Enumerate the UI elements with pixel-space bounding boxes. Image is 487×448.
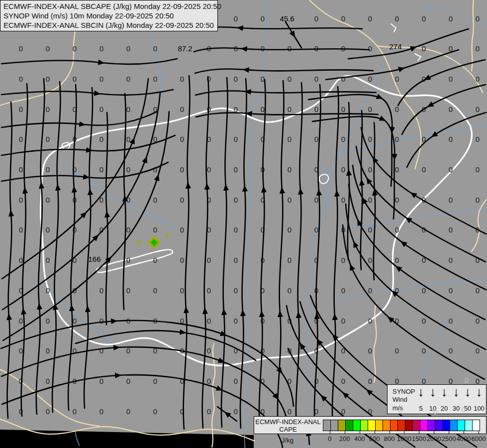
station-value: 0 [19,44,23,53]
station-value: 0 [126,286,130,295]
station-value: 0 [153,44,157,53]
cape-color-cell [457,420,465,431]
station-value: 0 [180,105,184,113]
station-value: 0 [368,317,372,325]
wind-arrow-icon: ↓ [441,384,448,400]
station-value: 0 [476,286,480,295]
cape-color-cell [405,420,413,431]
station-value: 0 [153,256,157,264]
station-value: 0 [341,135,345,143]
station-value: 0 [126,407,130,416]
cape-color-cell [427,420,435,431]
cape-tick [330,431,330,434]
cape-tick-label: 1000 [397,435,411,443]
station-value: 0 [19,135,23,143]
cape-tick-label: 2000 [427,435,441,443]
station-value: 0 [341,105,345,113]
cape-tick-label: 600 [369,435,380,443]
station-value: 0 [19,196,23,204]
station-value: 0 [449,256,453,264]
station-value: 0 [288,256,292,264]
station-value: 0 [73,317,77,325]
cape-tick-label: 200 [339,435,350,443]
cape-tick [360,431,360,434]
station-value: 0 [476,75,480,83]
station-value: 0 [449,75,453,83]
weather-map-stage: 0000000000000000000000000000000000000000… [0,0,487,448]
cape-legend-units: J/kg [282,437,293,444]
cape-tick-label: 2500 [442,435,456,443]
cape-color-cell [390,420,398,431]
title-box: ECMWF-INDEX-ANAL SBCAPE (J/kg) Monday 22… [0,0,218,31]
cape-tick-label: 1500 [412,435,426,443]
station-value: 0 [476,105,480,113]
station-value: 0 [288,165,292,174]
station-value: 0 [288,75,292,83]
weather-map: 0000000000000000000000000000000000000000… [0,0,487,448]
station-value: 0 [46,256,50,264]
cape-tick [464,431,464,434]
station-value: 0 [19,105,23,113]
wind-arrow-icon: ↓ [465,384,471,400]
station-value: 0 [73,407,77,416]
station-value: 0 [261,75,265,83]
station-value: 0 [314,135,318,143]
station-value: 0 [153,196,157,204]
station-value: 0 [46,225,50,234]
cape-legend-parameter: CAPE [254,426,322,433]
station-value: 0 [234,225,238,234]
station-value: 0 [46,407,50,416]
cape-maximum-spot [137,233,169,249]
station-value: 0 [126,105,130,113]
station-value: 0 [180,135,184,143]
station-value: 0 [207,256,211,264]
station-value: 0 [395,14,399,23]
station-value: 0 [368,135,372,143]
cape-color-cell [420,420,428,431]
station-value: 0 [314,14,318,23]
cape-tick [404,431,404,434]
station-value: 0 [261,105,265,113]
station-value: 0 [368,346,372,355]
cape-tick [345,431,345,434]
cape-tick [419,431,419,434]
cape-tick-label: 4000 [457,435,471,443]
station-value: 0 [46,196,50,204]
station-value: 0 [476,135,480,143]
cape-color-cell [368,420,376,431]
station-value-ghost: 0 [465,376,469,384]
wind-arrow-icon: ↓ [418,384,424,400]
station-value: 0 [449,225,453,234]
station-value: 0 [368,14,372,23]
station-value: 0 [99,407,103,416]
station-value-special: 166 [88,255,100,263]
station-value: 0 [422,346,426,355]
station-value: 0 [46,317,50,325]
station-value: 0 [19,256,23,264]
station-value: 0 [476,317,480,325]
station-value: 0 [368,105,372,113]
cape-color-cell [450,420,458,431]
station-value: 0 [422,317,426,325]
station-value: 0 [395,225,399,234]
station-value: 0 [234,256,238,264]
station-value: 0 [288,407,292,416]
cape-color-cell [383,420,390,431]
station-value: 0 [449,165,453,174]
station-value: 0 [180,75,184,83]
station-value: 0 [180,286,184,295]
cape-color-cell [323,420,331,431]
station-value: 0 [261,14,265,23]
station-value: 0 [207,317,211,325]
station-value: 0 [19,225,23,234]
station-value-special: 274 [389,42,401,51]
station-value: 0 [476,14,480,23]
station-value: 0 [422,44,426,53]
cape-tick-label: 0 [328,435,331,443]
station-value: 0 [234,75,238,83]
station-value: 0 [449,14,453,23]
cape-tick-label: 400 [354,435,365,443]
station-value: 0 [395,105,399,113]
station-value: 0 [314,75,318,83]
station-value: 0 [180,196,184,204]
